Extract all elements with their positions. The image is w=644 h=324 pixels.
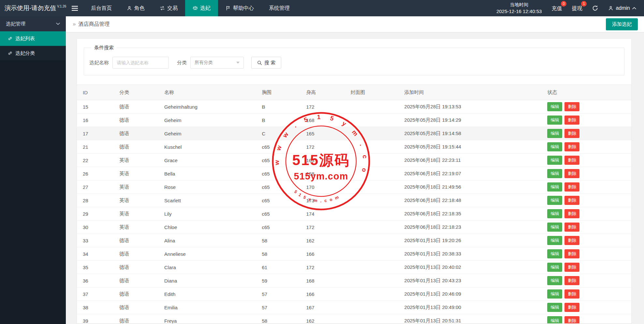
sidebar-item-concubine-category[interactable]: 选妃分类 <box>0 46 66 61</box>
cell-actions: 编辑删除 <box>541 180 631 194</box>
link-icon <box>8 36 12 41</box>
delete-button[interactable]: 删除 <box>564 303 579 312</box>
concubine-table: ID分类名称胸围身高封面图添加时间状态 15德语GeheimhaltungB17… <box>77 85 631 324</box>
delete-button[interactable]: 删除 <box>564 236 579 245</box>
delete-button[interactable]: 删除 <box>564 169 579 178</box>
cell-time: 2025年05月28日 19:14:58 <box>399 127 542 140</box>
cell-actions: 编辑删除 <box>541 207 631 221</box>
edit-button[interactable]: 编辑 <box>547 129 562 138</box>
balance-icon <box>193 6 198 11</box>
cell-bust: 61 <box>256 261 300 274</box>
cell-id: 22 <box>77 154 113 167</box>
cell-cover <box>345 234 399 247</box>
edit-button[interactable]: 编辑 <box>547 116 562 125</box>
delete-button[interactable]: 删除 <box>564 182 579 192</box>
cell-id: 36 <box>77 274 113 287</box>
add-concubine-button[interactable]: 添加选妃 <box>606 18 638 30</box>
cell-cover <box>345 261 399 274</box>
delete-button[interactable]: 删除 <box>564 129 579 138</box>
delete-button[interactable]: 删除 <box>564 263 579 272</box>
withdraw-badge: 1 <box>581 1 587 7</box>
sidebar-item-label: 选妃分类 <box>15 50 35 56</box>
cell-bust: c65 <box>256 180 300 194</box>
delete-button[interactable]: 删除 <box>564 142 579 151</box>
recharge-badge: 0 <box>561 1 566 7</box>
name-input[interactable] <box>112 57 169 69</box>
cell-height: 162 <box>300 314 344 324</box>
cell-actions: 编辑删除 <box>541 287 631 301</box>
edit-button[interactable]: 编辑 <box>547 142 562 151</box>
cell-id: 39 <box>77 314 113 324</box>
cell-name: Diana <box>158 274 256 287</box>
delete-button[interactable]: 删除 <box>564 196 579 205</box>
withdraw-button[interactable]: 提现 1 <box>572 5 582 12</box>
delete-button[interactable]: 删除 <box>564 289 579 299</box>
cell-category: 德语 <box>113 301 158 314</box>
delete-button[interactable]: 删除 <box>564 316 579 324</box>
delete-button[interactable]: 删除 <box>564 209 579 218</box>
edit-button[interactable]: 编辑 <box>547 223 562 232</box>
edit-button[interactable]: 编辑 <box>547 236 562 245</box>
cell-cover <box>345 287 399 301</box>
recharge-button[interactable]: 充值 0 <box>551 5 562 12</box>
edit-button[interactable]: 编辑 <box>547 196 562 205</box>
delete-button[interactable]: 删除 <box>564 276 579 285</box>
edit-button[interactable]: 编辑 <box>547 209 562 218</box>
category-select[interactable]: 所有分类 <box>190 57 244 69</box>
table-row: 30英语Chloec651722025年06月18日 22:18:23编辑删除 <box>77 221 631 234</box>
nav-item-system[interactable]: 系统管理 <box>261 0 297 16</box>
table-row: 21德语Kuschelc651722025年05月28日 19:15:44编辑删… <box>77 140 631 154</box>
sidebar-toggle-button[interactable] <box>66 0 83 16</box>
nav-item-roles[interactable]: 角色 <box>119 0 152 16</box>
cell-time: 2025年06月18日 22:19:07 <box>399 167 542 180</box>
cell-id: 21 <box>77 140 113 154</box>
sidebar-group-label: 选妃管理 <box>6 21 25 27</box>
edit-button[interactable]: 编辑 <box>547 182 562 192</box>
cell-cover <box>345 167 399 180</box>
column-header: 添加时间 <box>399 85 542 100</box>
sidebar-item-concubine-list[interactable]: 选妃列表 <box>0 31 66 46</box>
edit-button[interactable]: 编辑 <box>547 169 562 178</box>
table-row: 29英语Lilyc651742025年06月18日 22:18:35编辑删除 <box>77 207 631 221</box>
nav-item-label: 角色 <box>134 5 145 12</box>
column-header: 名称 <box>158 85 256 100</box>
cell-category: 英语 <box>113 167 158 180</box>
edit-button[interactable]: 编辑 <box>547 156 562 165</box>
cell-actions: 编辑删除 <box>541 140 631 154</box>
delete-button[interactable]: 删除 <box>564 102 579 111</box>
cell-id: 35 <box>77 261 113 274</box>
cell-time: 2025年06月18日 22:23:11 <box>399 154 542 167</box>
user-menu[interactable]: admin <box>608 5 636 11</box>
sidebar: 选妃管理 选妃列表 选妃分类 <box>0 16 66 324</box>
delete-button[interactable]: 删除 <box>564 116 579 125</box>
edit-button[interactable]: 编辑 <box>547 249 562 258</box>
refresh-button[interactable] <box>592 5 598 11</box>
edit-button[interactable]: 编辑 <box>547 276 562 285</box>
nav-item-concubine[interactable]: 选妃 <box>185 0 218 16</box>
edit-button[interactable]: 编辑 <box>547 303 562 312</box>
edit-button[interactable]: 编辑 <box>547 289 562 299</box>
cell-name: Geheimhaltung <box>158 100 256 114</box>
cell-name: Clara <box>158 261 256 274</box>
cell-cover <box>345 207 399 221</box>
cell-height: 172 <box>300 261 344 274</box>
nav-item-dashboard[interactable]: 后台首页 <box>83 0 119 16</box>
delete-button[interactable]: 删除 <box>564 223 579 232</box>
top-navbar: 演示使用-请勿充值 V.1.26 后台首页 角色 交易 <box>0 0 644 16</box>
column-header: 分类 <box>113 85 158 100</box>
delete-button[interactable]: 删除 <box>564 156 579 165</box>
cell-cover <box>345 274 399 287</box>
column-header: ID <box>77 85 113 100</box>
edit-button[interactable]: 编辑 <box>547 316 562 324</box>
nav-item-help[interactable]: 帮助中心 <box>218 0 261 16</box>
cell-name: Alina <box>158 234 256 247</box>
sidebar-group-header[interactable]: 选妃管理 <box>0 16 66 31</box>
edit-button[interactable]: 编辑 <box>547 102 562 111</box>
search-button[interactable]: 搜 索 <box>251 57 281 69</box>
nav-item-trade[interactable]: 交易 <box>152 0 185 16</box>
local-time-value: 2025-12-16 12:40:53 <box>496 8 542 15</box>
delete-button[interactable]: 删除 <box>564 249 579 258</box>
cell-actions: 编辑删除 <box>541 274 631 287</box>
edit-button[interactable]: 编辑 <box>547 263 562 272</box>
cell-bust: c65 <box>256 221 300 234</box>
